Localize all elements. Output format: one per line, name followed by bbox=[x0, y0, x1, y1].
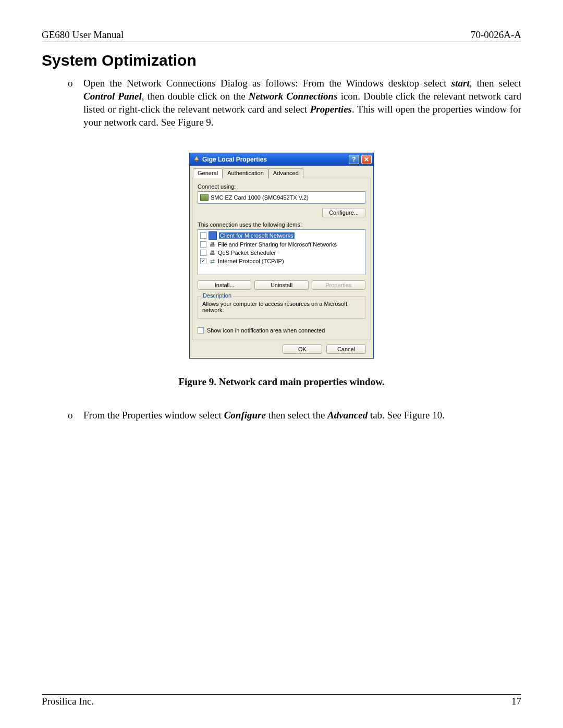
network-icon bbox=[193, 156, 200, 163]
connect-using-label: Connect using: bbox=[198, 183, 365, 190]
network-protocol-icon: ⇄ bbox=[209, 257, 216, 265]
checkbox[interactable] bbox=[198, 327, 204, 334]
printer-icon: 🖶 bbox=[209, 249, 216, 256]
cancel-button[interactable]: Cancel bbox=[326, 344, 366, 354]
page-footer: Prosilica Inc. 17 bbox=[42, 694, 521, 707]
items-label: This connection uses the following items… bbox=[198, 221, 365, 228]
page-header: GE680 User Manual 70-0026A-A bbox=[42, 29, 521, 42]
list-item[interactable]: Client for Microsoft Networks bbox=[198, 231, 365, 240]
install-button[interactable]: Install... bbox=[198, 280, 251, 290]
items-list[interactable]: Client for Microsoft Networks 🖶 File and… bbox=[198, 229, 365, 275]
show-icon-row[interactable]: Show icon in notification area when conn… bbox=[198, 327, 365, 334]
adapter-name: SMC EZ Card 1000 (SMC9452TX V.2) bbox=[211, 194, 309, 201]
tab-panel-general: Connect using: SMC EZ Card 1000 (SMC9452… bbox=[192, 178, 371, 340]
list-item[interactable]: 🖶 File and Printer Sharing for Microsoft… bbox=[198, 240, 365, 249]
description-text: Allows your computer to access resources… bbox=[202, 301, 361, 313]
figure-caption: Figure 9. Network card main properties w… bbox=[42, 376, 521, 388]
page-title: System Optimization bbox=[42, 52, 521, 69]
ok-button[interactable]: OK bbox=[283, 344, 322, 354]
footer-left: Prosilica Inc. bbox=[42, 696, 94, 707]
list-item[interactable]: ⇄ Internet Protocol (TCP/IP) bbox=[198, 257, 365, 265]
svg-rect-0 bbox=[196, 160, 197, 162]
paragraph-2: From the Properties window select Config… bbox=[83, 409, 521, 422]
tab-general[interactable]: General bbox=[193, 168, 223, 178]
adapter-field[interactable]: SMC EZ Card 1000 (SMC9452TX V.2) bbox=[198, 191, 365, 204]
titlebar[interactable]: Gige Local Properties ? ✕ bbox=[190, 153, 373, 166]
tab-authentication[interactable]: Authentication bbox=[223, 168, 268, 178]
header-right: 70-0026A-A bbox=[471, 29, 521, 41]
item-label: Client for Microsoft Networks bbox=[219, 232, 295, 239]
item-label: File and Printer Sharing for Microsoft N… bbox=[218, 241, 337, 248]
tab-advanced[interactable]: Advanced bbox=[268, 168, 303, 178]
tab-strip: General Authentication Advanced bbox=[192, 168, 371, 178]
figure-9: Gige Local Properties ? ✕ General Authen… bbox=[42, 153, 521, 359]
description-title: Description bbox=[201, 292, 233, 299]
configure-button[interactable]: Configure... bbox=[322, 208, 365, 217]
close-button[interactable]: ✕ bbox=[361, 155, 372, 164]
checkbox[interactable] bbox=[200, 250, 206, 256]
help-button[interactable]: ? bbox=[349, 155, 359, 164]
show-icon-label: Show icon in notification area when conn… bbox=[207, 327, 325, 334]
item-label: Internet Protocol (TCP/IP) bbox=[218, 258, 284, 264]
item-label: QoS Packet Scheduler bbox=[218, 250, 276, 256]
checkbox[interactable] bbox=[200, 241, 206, 248]
monitor-icon bbox=[209, 231, 217, 240]
checkbox[interactable] bbox=[200, 258, 206, 264]
paragraph-1: Open the Network Connections Dialog as f… bbox=[83, 77, 521, 129]
dialog-title: Gige Local Properties bbox=[202, 156, 348, 163]
footer-page-number: 17 bbox=[511, 696, 521, 707]
properties-dialog: Gige Local Properties ? ✕ General Authen… bbox=[189, 153, 374, 359]
nic-icon bbox=[200, 194, 209, 201]
printer-icon: 🖶 bbox=[209, 241, 216, 248]
list-item[interactable]: 🖶 QoS Packet Scheduler bbox=[198, 249, 365, 257]
checkbox[interactable] bbox=[200, 232, 206, 239]
description-group: Description Allows your computer to acce… bbox=[198, 296, 365, 319]
uninstall-button[interactable]: Uninstall bbox=[254, 280, 308, 290]
properties-button[interactable]: Properties bbox=[312, 280, 365, 290]
header-left: GE680 User Manual bbox=[42, 29, 124, 41]
